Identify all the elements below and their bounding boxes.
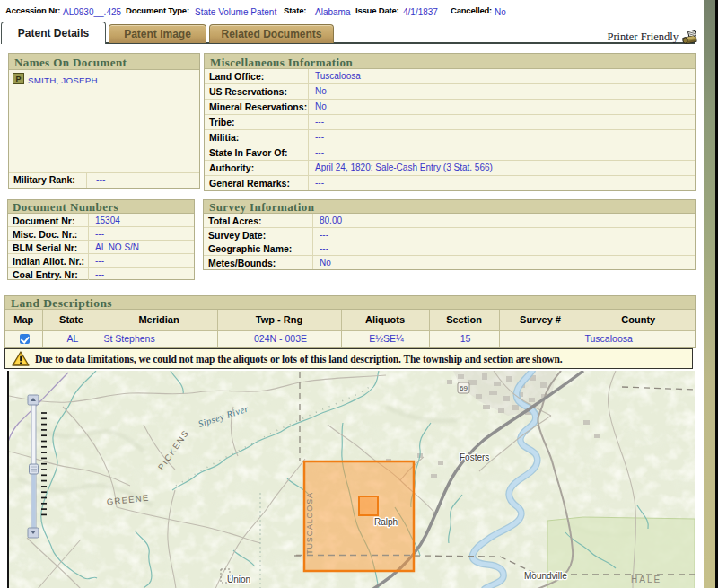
- svg-text:69: 69: [460, 384, 468, 392]
- svg-text:HALE: HALE: [631, 575, 661, 584]
- svg-text:TUSCALOOSA: TUSCALOOSA: [305, 492, 314, 555]
- svg-text:Fosters: Fosters: [460, 452, 489, 462]
- svg-text:Moundville: Moundville: [524, 571, 567, 581]
- svg-text:Ralph: Ralph: [374, 517, 398, 527]
- svg-text:Union: Union: [227, 575, 250, 584]
